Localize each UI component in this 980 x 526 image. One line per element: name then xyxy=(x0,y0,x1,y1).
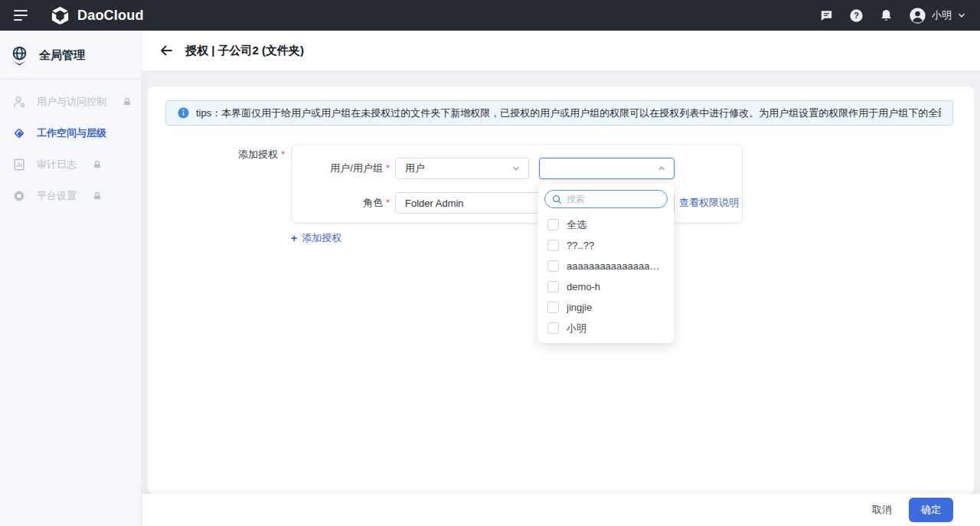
message-icon[interactable] xyxy=(819,8,834,23)
role-value: Folder Admin xyxy=(405,198,464,209)
caret-down-icon xyxy=(957,11,966,20)
checkbox[interactable] xyxy=(547,322,559,334)
checkbox[interactable] xyxy=(547,240,559,251)
sidebar-item-audit-log[interactable]: 审计日志 xyxy=(0,149,141,180)
content-card: tips：本界面仅用于给用户或用户组在未授权过的文件夹下新增权限，已授权的用户或… xyxy=(148,87,974,494)
add-auth-link[interactable]: + 添加授权 xyxy=(291,232,341,244)
footer-actions: 取消 确定 xyxy=(142,494,980,526)
sidebar: 全局管理 用户与访问控制 工作空间与层级 xyxy=(0,31,142,526)
plus-icon: + xyxy=(291,232,297,244)
sidebar-item-label: 审计日志 xyxy=(37,158,77,172)
workspace-icon xyxy=(12,126,26,140)
info-icon xyxy=(178,107,189,119)
back-icon[interactable] xyxy=(158,43,174,58)
option-label: 全选 xyxy=(567,218,586,232)
sidebar-item-label: 平台设置 xyxy=(37,189,77,203)
option-label: demo-h xyxy=(567,281,600,292)
sidebar-item-label: 用户与访问控制 xyxy=(37,95,106,109)
checkbox[interactable] xyxy=(547,281,559,292)
required-marker: * xyxy=(281,149,285,160)
user-menu[interactable]: 小明 xyxy=(909,7,966,25)
lock-icon xyxy=(93,160,102,169)
user-access-icon xyxy=(12,95,26,109)
page-header: 授权 | 子公司2 (文件夹) xyxy=(142,31,980,71)
option-label: jingjie xyxy=(567,302,592,313)
dropdown-search xyxy=(544,190,668,208)
sidebar-item-workspace[interactable]: 工作空间与层级 xyxy=(0,117,141,149)
required-marker: * xyxy=(386,197,390,208)
search-input[interactable] xyxy=(567,194,660,204)
lock-icon xyxy=(93,191,102,201)
tips-banner: tips：本界面仅用于给用户或用户组在未授权过的文件夹下新增权限，已授权的用户或… xyxy=(165,100,953,126)
user-type-value: 用户 xyxy=(405,162,425,175)
content: tips：本界面仅用于给用户或用户组在未授权过的文件夹下新增权限，已授权的用户或… xyxy=(142,71,980,494)
option-label: ??..?? xyxy=(567,240,594,251)
role-label: 角色* xyxy=(292,192,390,214)
chevron-up-icon xyxy=(657,164,666,173)
brand[interactable]: DaoCloud xyxy=(50,5,144,26)
dropdown-option[interactable]: 小明 xyxy=(538,318,674,338)
globe-icon xyxy=(10,45,29,66)
sidebar-item-platform-settings[interactable]: 平台设置 xyxy=(0,180,141,211)
permission-doc-link[interactable]: 查看权限说明 xyxy=(679,192,739,214)
sidebar-divider xyxy=(0,79,141,80)
checkbox[interactable] xyxy=(547,302,559,313)
settings-icon xyxy=(12,189,26,203)
dropdown-option[interactable]: ??..?? xyxy=(538,235,674,256)
topbar-actions: ? 小明 xyxy=(819,7,966,25)
cancel-button[interactable]: 取消 xyxy=(872,503,892,517)
brand-cube-icon xyxy=(50,5,70,26)
user-select-dropdown: 全选 ??..?? aaaaaaaaaaaaaaaaaaaa... demo-h… xyxy=(538,184,674,343)
dropdown-option[interactable]: aaaaaaaaaaaaaaaaaaaa... xyxy=(538,256,674,276)
sidebar-header: 全局管理 xyxy=(0,31,141,79)
username: 小明 xyxy=(932,8,952,22)
user-select[interactable] xyxy=(539,158,675,179)
required-marker: * xyxy=(386,162,390,174)
notification-icon[interactable] xyxy=(879,8,893,23)
sidebar-item-label: 工作空间与层级 xyxy=(37,126,106,140)
menu-icon[interactable] xyxy=(14,10,29,21)
add-auth-label: 添加授权* xyxy=(148,147,285,162)
checkbox[interactable] xyxy=(547,260,559,272)
user-type-select[interactable]: 用户 xyxy=(395,158,529,179)
checkbox[interactable] xyxy=(547,219,559,230)
confirm-button[interactable]: 确定 xyxy=(909,498,953,522)
page-title: 授权 | 子公司2 (文件夹) xyxy=(185,44,304,58)
dropdown-option[interactable]: demo-h xyxy=(538,276,674,297)
tips-text: tips：本界面仅用于给用户或用户组在未授权过的文件夹下新增权限，已授权的用户或… xyxy=(196,106,941,120)
option-label: 小明 xyxy=(567,322,586,335)
avatar-icon xyxy=(909,7,926,25)
dropdown-option[interactable]: jingjie xyxy=(538,297,674,318)
main-area: 授权 | 子公司2 (文件夹) tips：本界面仅用于给用户或用户组在未授权过的… xyxy=(142,31,980,526)
topbar: DaoCloud ? xyxy=(0,0,980,31)
audit-icon xyxy=(12,158,26,172)
svg-text:?: ? xyxy=(854,11,859,20)
brand-name: DaoCloud xyxy=(77,8,144,24)
search-icon xyxy=(552,194,562,204)
chevron-down-icon xyxy=(511,164,521,173)
auth-group-card: 用户/用户组* 用户 xyxy=(291,144,743,224)
dropdown-option-select-all[interactable]: 全选 xyxy=(538,214,674,235)
sidebar-title: 全局管理 xyxy=(39,48,85,63)
help-icon[interactable]: ? xyxy=(849,8,864,23)
add-auth-link-text: 添加授权 xyxy=(302,232,341,244)
lock-icon xyxy=(122,97,132,106)
user-type-label: 用户/用户组* xyxy=(292,158,390,179)
sidebar-item-user-access[interactable]: 用户与访问控制 xyxy=(0,86,141,117)
option-label: aaaaaaaaaaaaaaaaaaaa... xyxy=(567,260,665,272)
